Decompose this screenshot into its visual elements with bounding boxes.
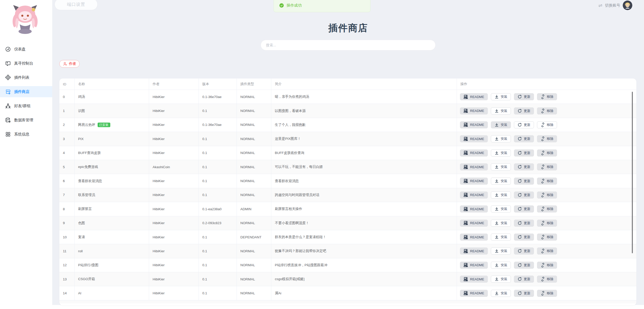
avatar[interactable]	[623, 1, 632, 10]
cell-version: 0.1	[199, 244, 237, 258]
cell-author: HibiKier	[149, 104, 199, 118]
update-button[interactable]: 更新	[514, 93, 534, 100]
update-button[interactable]: 更新	[514, 220, 534, 227]
author-filter-button[interactable]: 作者	[59, 60, 80, 68]
table-row-partial	[59, 300, 636, 303]
cell-type: NORMAL	[237, 272, 271, 286]
cell-name: P站排行/搜图	[75, 258, 149, 272]
update-button[interactable]: 更新	[514, 121, 534, 128]
install-button[interactable]: 安装	[491, 178, 511, 185]
store-icon	[5, 89, 11, 95]
readme-button[interactable]: README	[460, 220, 488, 227]
column-header: 作者	[149, 79, 199, 90]
cell-name: AI	[75, 286, 149, 300]
cell-type: NORMAL	[237, 244, 271, 258]
install-button[interactable]: 安装	[491, 93, 511, 100]
update-button[interactable]: 更新	[514, 191, 534, 199]
install-button[interactable]: 安装	[491, 220, 511, 227]
sidebar-item-2[interactable]: 插件列表	[0, 72, 52, 83]
install-button[interactable]: 安装	[491, 234, 511, 241]
remove-button[interactable]: 移除	[537, 178, 557, 185]
remove-button[interactable]: 移除	[537, 247, 557, 255]
readme-button[interactable]: README	[460, 262, 488, 269]
update-button[interactable]: 更新	[514, 107, 534, 114]
install-button[interactable]: 安装	[491, 163, 511, 170]
update-button[interactable]: 更新	[514, 178, 534, 185]
readme-button[interactable]: README	[460, 191, 488, 199]
readme-icon	[463, 179, 468, 183]
sidebar-item-4[interactable]: 好友/群组	[0, 100, 52, 111]
readme-icon	[463, 291, 468, 295]
readme-button[interactable]: README	[460, 121, 488, 128]
remove-button[interactable]: 移除	[537, 205, 557, 213]
readme-button[interactable]: README	[460, 234, 488, 241]
sidebar-item-3[interactable]: 插件商店	[0, 86, 52, 97]
install-button[interactable]: 安装	[491, 107, 511, 114]
remove-button[interactable]: 移除	[537, 163, 557, 170]
remove-button[interactable]: 移除	[537, 220, 557, 227]
update-button[interactable]: 更新	[514, 247, 534, 255]
remove-button[interactable]: 移除	[537, 121, 557, 128]
refresh-icon	[517, 109, 522, 113]
sidebar-item-1[interactable]: 真寻控制台	[0, 58, 52, 69]
remove-button[interactable]: 移除	[537, 191, 557, 199]
install-button[interactable]: 安装	[491, 121, 511, 128]
update-button[interactable]: 更新	[514, 276, 534, 283]
readme-button[interactable]: README	[460, 149, 488, 157]
readme-button[interactable]: README	[460, 178, 488, 185]
cell-actions: README安装更新移除	[457, 118, 636, 132]
cell-desc: csgo模拟开箱[戒赌]	[271, 272, 457, 286]
readme-button[interactable]: README	[460, 163, 488, 170]
refresh-icon	[517, 263, 522, 267]
update-button[interactable]: 更新	[514, 234, 534, 241]
remove-button[interactable]: 移除	[537, 290, 557, 297]
remove-button[interactable]: 移除	[537, 107, 557, 114]
install-button[interactable]: 安装	[491, 205, 511, 213]
readme-button[interactable]: README	[460, 247, 488, 255]
cell-name: 查看群欢迎消息	[75, 174, 149, 188]
update-button[interactable]: 更新	[514, 262, 534, 269]
sidebar-item-0[interactable]: 仪表盘	[0, 44, 52, 55]
remove-button[interactable]: 移除	[537, 149, 557, 157]
update-button[interactable]: 更新	[514, 290, 534, 297]
remove-button[interactable]: 移除	[537, 262, 557, 269]
download-icon	[494, 277, 499, 281]
readme-button[interactable]: README	[460, 107, 488, 114]
update-button[interactable]: 更新	[514, 135, 534, 142]
console-icon	[5, 61, 11, 66]
install-button[interactable]: 安装	[491, 290, 511, 297]
port-settings-button[interactable]: 端口设置	[55, 0, 98, 10]
install-button[interactable]: 安装	[491, 247, 511, 255]
readme-button[interactable]: README	[460, 290, 488, 297]
update-button[interactable]: 更新	[514, 205, 534, 213]
install-button[interactable]: 安装	[491, 149, 511, 157]
remove-button[interactable]: 移除	[537, 93, 557, 100]
readme-button[interactable]: README	[460, 276, 488, 283]
cell-id: 9	[59, 216, 75, 230]
sidebar-item-label: 插件商店	[14, 89, 29, 94]
update-button[interactable]: 更新	[514, 163, 534, 170]
sidebar-item-6[interactable]: 系统信息	[0, 129, 52, 140]
remove-button[interactable]: 移除	[537, 234, 557, 241]
sidebar-item-5[interactable]: 数据库管理	[0, 114, 52, 126]
install-button[interactable]: 安装	[491, 191, 511, 199]
table-scrollbar-thumb[interactable]	[632, 92, 633, 253]
update-button[interactable]: 更新	[514, 149, 534, 157]
readme-button[interactable]: README	[460, 135, 488, 142]
cell-version: 0.2-093c823	[199, 216, 237, 230]
cell-author: HibiKier	[149, 146, 199, 160]
table-row: 5epic免费游戏AkashiCoin0.1NORMAL可以不玩，不能没有，每日…	[59, 160, 636, 174]
readme-button[interactable]: README	[460, 205, 488, 213]
search-input[interactable]	[261, 40, 436, 50]
table-row: 2网易云热评已安装HibiKier0.1-36e70aeNORMAL生了个人，我…	[59, 118, 636, 132]
logo	[0, 0, 52, 40]
remove-button[interactable]: 移除	[537, 276, 557, 283]
toast-message: 操作成功	[287, 3, 302, 8]
remove-button[interactable]: 移除	[537, 135, 557, 142]
switch-account[interactable]: ⇌ 切换账号	[598, 1, 632, 10]
refresh-icon	[517, 137, 522, 141]
install-button[interactable]: 安装	[491, 135, 511, 142]
readme-button[interactable]: README	[460, 93, 488, 100]
install-button[interactable]: 安装	[491, 262, 511, 269]
install-button[interactable]: 安装	[491, 276, 511, 283]
